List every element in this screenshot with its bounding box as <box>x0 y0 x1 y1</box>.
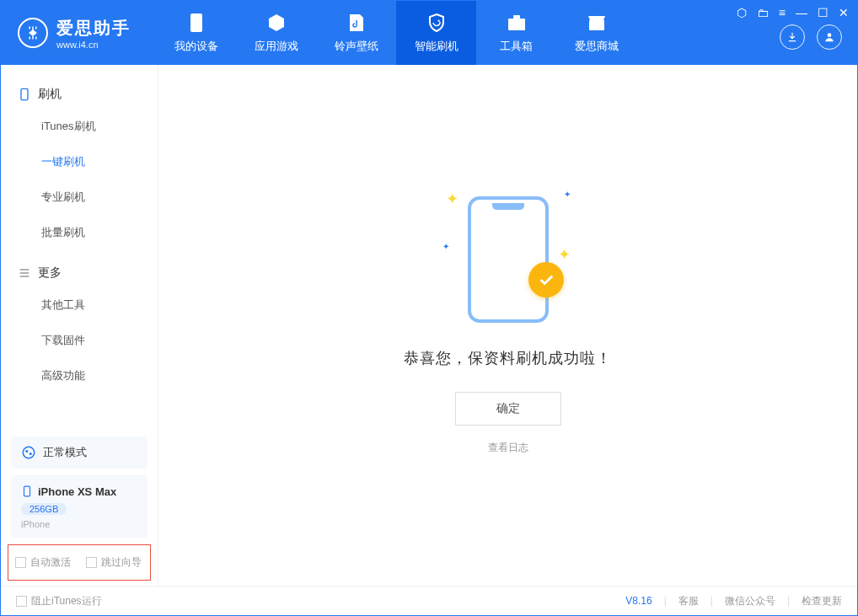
svg-rect-2 <box>513 15 520 19</box>
cube-icon <box>265 12 287 34</box>
toolbox-icon <box>506 12 528 34</box>
logo-subtitle: www.i4.cn <box>56 40 131 50</box>
svg-point-5 <box>23 447 35 458</box>
svg-rect-1 <box>508 19 525 30</box>
tab-flash[interactable]: 智能刷机 <box>396 1 476 65</box>
checkbox-label: 跳过向导 <box>101 555 142 570</box>
sidebar-item-pro-flash[interactable]: 专业刷机 <box>1 179 158 215</box>
mode-icon <box>21 445 36 460</box>
tab-toolbox[interactable]: 工具箱 <box>476 1 556 65</box>
divider: | <box>711 595 713 607</box>
checkbox-skip-guide[interactable]: 跳过向导 <box>86 555 142 570</box>
device-mode-box[interactable]: 正常模式 <box>11 437 147 469</box>
sidebar-item-other-tools[interactable]: 其他工具 <box>1 287 158 323</box>
svg-point-7 <box>29 453 32 455</box>
version-label[interactable]: V8.16 <box>625 595 652 607</box>
sidebar-item-itunes-flash[interactable]: iTunes刷机 <box>1 109 158 144</box>
svg-point-3 <box>828 33 832 37</box>
tab-ringtones[interactable]: 铃声壁纸 <box>316 1 396 65</box>
success-check-badge <box>528 262 564 297</box>
customer-service-link[interactable]: 客服 <box>678 594 699 608</box>
device-type: iPhone <box>21 519 137 529</box>
sidebar: 刷机 iTunes刷机 一键刷机 专业刷机 批量刷机 更多 其他工具 下载固件 … <box>1 65 158 586</box>
sparkle-icon: ✦ <box>446 190 458 208</box>
minimize-icon[interactable]: — <box>796 6 807 19</box>
sidebar-item-download-firmware[interactable]: 下载固件 <box>1 323 158 358</box>
footer: 阻止iTunes运行 V8.16 | 客服 | 微信公众号 | 检查更新 <box>1 586 857 615</box>
list-icon <box>18 266 31 280</box>
mode-text: 正常模式 <box>43 445 87 460</box>
checkbox-icon <box>86 557 97 568</box>
tab-label: 铃声壁纸 <box>335 39 378 54</box>
section-title: 更多 <box>38 265 62 281</box>
phone-frame-icon <box>468 196 549 323</box>
user-icon[interactable] <box>817 24 842 50</box>
checkbox-icon <box>15 557 26 568</box>
svg-point-6 <box>25 450 28 453</box>
ok-button[interactable]: 确定 <box>455 392 561 426</box>
phone-icon <box>185 12 207 34</box>
sidebar-item-advanced[interactable]: 高级功能 <box>1 358 158 394</box>
success-illustration: ✦ ✦ ✦ ✦ <box>468 196 549 323</box>
highlighted-options-box: 自动激活 跳过向导 <box>8 544 151 581</box>
sidebar-section-more: 更多 <box>1 259 158 287</box>
check-update-link[interactable]: 检查更新 <box>802 594 842 608</box>
window-controls: ⬡ 🗀 ≡ — ☐ ✕ <box>737 6 849 19</box>
menu-icon[interactable]: ≡ <box>779 6 786 19</box>
svg-rect-8 <box>24 486 30 496</box>
sidebar-section-flash: 刷机 <box>1 80 158 109</box>
section-title: 刷机 <box>38 87 62 102</box>
sparkle-icon: ✦ <box>564 190 571 199</box>
sparkle-icon: ✦ <box>558 245 571 264</box>
tab-apps[interactable]: 应用游戏 <box>236 1 316 65</box>
device-capacity: 256GB <box>21 503 67 515</box>
divider: | <box>664 595 667 607</box>
svg-rect-4 <box>21 88 28 99</box>
nav-tabs: 我的设备 应用游戏 铃声壁纸 智能刷机 工具箱 爱思商城 <box>156 1 636 65</box>
tab-my-device[interactable]: 我的设备 <box>156 1 236 65</box>
svg-rect-0 <box>190 13 202 32</box>
sidebar-item-oneclick-flash[interactable]: 一键刷机 <box>1 144 158 179</box>
header-action-icons <box>780 24 842 50</box>
logo-area[interactable]: 爱思助手 www.i4.cn <box>1 17 147 50</box>
logo-icon <box>18 18 48 48</box>
phone-notch <box>492 203 524 210</box>
checkbox-label: 自动激活 <box>30 555 71 570</box>
lock-icon[interactable]: 🗀 <box>757 6 769 19</box>
logo-title: 爱思助手 <box>56 17 131 40</box>
main-content: ✦ ✦ ✦ ✦ 恭喜您，保资料刷机成功啦！ 确定 查看日志 <box>158 65 857 586</box>
checkbox-block-itunes[interactable]: 阻止iTunes运行 <box>16 594 102 608</box>
download-icon[interactable] <box>780 24 805 50</box>
device-name: iPhone XS Max <box>38 485 116 498</box>
tab-store[interactable]: 爱思商城 <box>556 1 636 65</box>
wechat-link[interactable]: 微信公众号 <box>725 594 775 608</box>
checkbox-auto-activate[interactable]: 自动激活 <box>15 555 71 570</box>
store-icon <box>586 12 608 34</box>
tab-label: 智能刷机 <box>415 39 458 54</box>
tab-label: 爱思商城 <box>575 39 619 54</box>
device-info-box[interactable]: iPhone XS Max 256GB iPhone <box>11 475 147 538</box>
view-log-link[interactable]: 查看日志 <box>488 441 528 455</box>
footer-right: V8.16 | 客服 | 微信公众号 | 检查更新 <box>625 594 842 608</box>
phone-small-icon <box>21 484 33 499</box>
music-file-icon <box>346 12 367 34</box>
sidebar-item-batch-flash[interactable]: 批量刷机 <box>1 215 158 250</box>
header: 爱思助手 www.i4.cn 我的设备 应用游戏 铃声壁纸 智能刷机 工具箱 爱… <box>1 1 857 65</box>
device-icon <box>18 88 31 101</box>
tab-label: 工具箱 <box>500 39 533 54</box>
tab-label: 我的设备 <box>174 39 218 54</box>
maximize-icon[interactable]: ☐ <box>818 6 829 19</box>
success-message: 恭喜您，保资料刷机成功啦！ <box>404 348 612 368</box>
sparkle-icon: ✦ <box>442 242 449 251</box>
checkbox-label: 阻止iTunes运行 <box>31 594 102 608</box>
shirt-icon[interactable]: ⬡ <box>737 6 747 19</box>
checkbox-icon <box>16 596 27 607</box>
close-icon[interactable]: ✕ <box>839 6 849 19</box>
divider: | <box>787 595 790 607</box>
tab-label: 应用游戏 <box>255 39 298 54</box>
refresh-shield-icon <box>426 12 448 34</box>
